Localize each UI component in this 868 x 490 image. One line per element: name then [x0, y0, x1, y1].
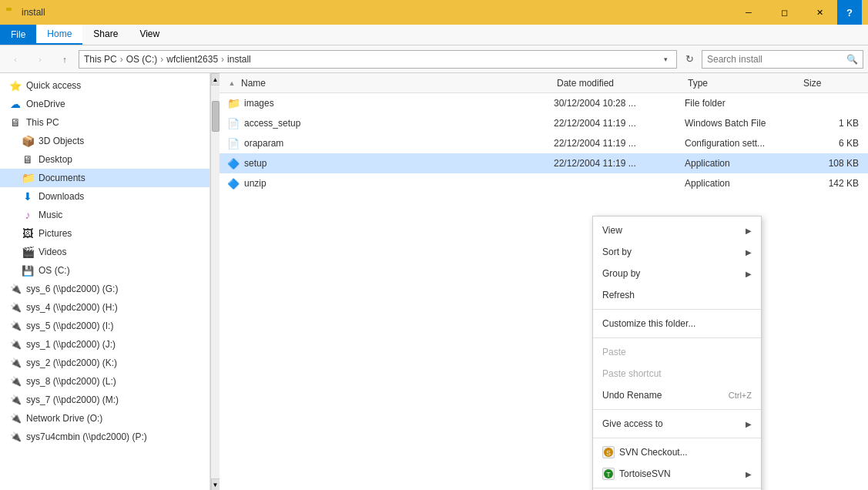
- titlebar-title: install: [22, 7, 45, 18]
- ctx-label-view: View: [602, 225, 622, 236]
- drive-icon-sys2: 🔌: [9, 357, 22, 369]
- sidebar-label-pictures: Pictures: [39, 228, 203, 239]
- sidebar-item-downloads[interactable]: ⬇ Downloads: [0, 187, 209, 206]
- address-path[interactable]: This PC › OS (C:) › wfclient2635 › insta…: [79, 50, 677, 69]
- sidebar-item-sys7[interactable]: 🔌 sys_7 (\\pdc2000) (M:): [0, 391, 209, 409]
- col-header-size[interactable]: Size: [800, 78, 862, 89]
- ctx-sep-3: [593, 409, 761, 410]
- ctx-item-sort-by[interactable]: Sort by ▶: [593, 241, 761, 263]
- sidebar-label-videos: Videos: [39, 247, 203, 257]
- restore-button[interactable]: ◻: [766, 0, 802, 25]
- file-icon-oraparam: 📄: [226, 136, 241, 151]
- crumb-sep1: ›: [120, 54, 123, 65]
- file-size-unzip: 142 KB: [800, 178, 862, 189]
- ctx-item-customize[interactable]: Customize this folder...: [593, 313, 761, 334]
- ctx-item-give-access[interactable]: Give access to ▶: [593, 413, 761, 435]
- minimize-button[interactable]: ─: [731, 0, 766, 25]
- drive-icon-sys4: 🔌: [9, 301, 22, 314]
- close-button[interactable]: ✕: [802, 0, 837, 25]
- up-button[interactable]: ↑: [54, 50, 75, 69]
- ctx-sep-2: [593, 337, 761, 338]
- ctx-item-undo-rename[interactable]: Undo Rename Ctrl+Z: [593, 384, 761, 406]
- ctx-label-group-by: Group by: [602, 268, 640, 279]
- drive-icon-sys7: 🔌: [9, 394, 22, 406]
- pc-icon: 🖥: [9, 116, 22, 129]
- file-date-access-setup: 22/12/2004 11:19 ...: [554, 118, 685, 129]
- back-button[interactable]: ‹: [5, 50, 26, 69]
- header-scroll-up[interactable]: ▲: [226, 79, 238, 87]
- crumb-thispc[interactable]: This PC: [84, 54, 117, 65]
- ctx-item-content-svn: S SVN Checkout...: [602, 446, 688, 458]
- sidebar-label-network: Network Drive (O:): [26, 413, 203, 424]
- sidebar-item-sys2[interactable]: 🔌 sys_2 (\\pdc2000) (K:): [0, 354, 209, 372]
- crumb-wfclient[interactable]: wfclient2635: [166, 54, 218, 65]
- ctx-item-view[interactable]: View ▶: [593, 220, 761, 241]
- file-name-oraparam: oraparam: [244, 138, 554, 149]
- sidebar-label-3d: 3D Objects: [39, 136, 203, 146]
- sidebar-scrollbar[interactable]: ▲ ▼: [210, 73, 220, 490]
- ctx-item-refresh[interactable]: Refresh: [593, 284, 761, 306]
- sidebar-label-this-pc: This PC: [26, 117, 203, 128]
- col-header-date[interactable]: Date modified: [554, 78, 685, 89]
- sidebar-item-3d-objects[interactable]: 📦 3D Objects: [0, 132, 209, 150]
- sidebar-item-this-pc[interactable]: 🖥 This PC: [0, 113, 209, 132]
- sidebar-item-documents[interactable]: 📁 Documents: [0, 169, 209, 187]
- sidebar-label-sys1: sys_1 (\\pdc2000) (J:): [26, 339, 203, 350]
- cloud-icon: ☁: [9, 98, 22, 110]
- scrollbar-track[interactable]: [211, 86, 220, 478]
- scrollbar-up-btn[interactable]: ▲: [211, 73, 220, 86]
- sidebar-item-sys7u[interactable]: 🔌 sys7u4cmbin (\\pdc2000) (P:): [0, 428, 209, 446]
- ctx-item-svn-checkout[interactable]: S SVN Checkout...: [593, 441, 761, 463]
- ribbon-tab-share[interactable]: Share: [82, 25, 129, 45]
- tortoise-icon-svg: T: [603, 468, 614, 479]
- ctx-item-paste-shortcut: Paste shortcut: [593, 363, 761, 384]
- sidebar-item-sys4[interactable]: 🔌 sys_4 (\\pdc2000) (H:): [0, 298, 209, 317]
- ctx-sep-4: [593, 438, 761, 438]
- ribbon: File Home Share View: [0, 25, 868, 45]
- pictures-icon: 🖼: [22, 227, 34, 240]
- file-row-access-setup[interactable]: 📄 access_setup 22/12/2004 11:19 ... Wind…: [220, 113, 868, 133]
- ribbon-tab-view[interactable]: View: [129, 25, 170, 45]
- ctx-item-tortoisesvn[interactable]: T TortoiseSVN ▶: [593, 463, 761, 485]
- col-header-type[interactable]: Type: [685, 78, 800, 89]
- breadcrumb: This PC › OS (C:) › wfclient2635 › insta…: [84, 54, 658, 65]
- address-dropdown-icon[interactable]: ▾: [659, 55, 672, 63]
- col-header-name[interactable]: Name: [238, 78, 554, 89]
- ctx-item-group-by[interactable]: Group by ▶: [593, 263, 761, 284]
- sidebar-item-sys5[interactable]: 🔌 sys_5 (\\pdc2000) (I:): [0, 317, 209, 335]
- ctx-label-svn: SVN Checkout...: [619, 447, 688, 458]
- file-row-setup[interactable]: 🔷 setup 22/12/2004 11:19 ... Application…: [220, 153, 868, 173]
- ribbon-tab-home[interactable]: Home: [36, 25, 82, 45]
- folder-icon: [6, 6, 18, 18]
- sidebar-item-desktop[interactable]: 🖥 Desktop: [0, 150, 209, 169]
- search-input[interactable]: [707, 54, 843, 65]
- file-type-images: File folder: [685, 98, 800, 109]
- ctx-item-paste: Paste: [593, 341, 761, 363]
- scrollbar-thumb[interactable]: [212, 101, 220, 132]
- sidebar-item-sys6[interactable]: 🔌 sys_6 (\\pdc2000) (G:): [0, 280, 209, 298]
- file-row-oraparam[interactable]: 📄 oraparam 22/12/2004 11:19 ... Configur…: [220, 133, 868, 153]
- file-row-images[interactable]: 📁 images 30/12/2004 10:28 ... File folde…: [220, 93, 868, 113]
- ctx-label-tortoise: TortoiseSVN: [619, 468, 671, 479]
- ctx-shortcut-undo: Ctrl+Z: [729, 391, 752, 400]
- context-menu: View ▶ Sort by ▶ Group by ▶ Refresh Cust…: [592, 216, 762, 490]
- sidebar-item-sys1[interactable]: 🔌 sys_1 (\\pdc2000) (J:): [0, 335, 209, 354]
- sidebar-item-network-o[interactable]: 🔌 Network Drive (O:): [0, 409, 209, 428]
- sidebar-item-os-c[interactable]: 💾 OS (C:): [0, 261, 209, 280]
- crumb-install[interactable]: install: [227, 54, 251, 65]
- scrollbar-down-btn[interactable]: ▼: [211, 478, 220, 490]
- sidebar-item-sys8[interactable]: 🔌 sys_8 (\\pdc2000) (L:): [0, 372, 209, 391]
- forward-button[interactable]: ›: [29, 50, 51, 69]
- crumb-osc[interactable]: OS (C:): [126, 54, 158, 65]
- sidebar-item-pictures[interactable]: 🖼 Pictures: [0, 224, 209, 243]
- sidebar-item-onedrive[interactable]: ☁ OneDrive: [0, 95, 209, 113]
- file-row-unzip[interactable]: 🔷 unzip Application 142 KB: [220, 173, 868, 193]
- refresh-button[interactable]: ↻: [680, 50, 699, 69]
- ribbon-tab-file[interactable]: File: [0, 25, 36, 45]
- search-box[interactable]: 🔍: [702, 50, 863, 69]
- sidebar-item-quick-access[interactable]: ⭐ Quick access: [0, 76, 209, 95]
- help-button[interactable]: ?: [837, 0, 862, 25]
- sidebar-item-music[interactable]: ♪ Music: [0, 206, 209, 224]
- sidebar-item-videos[interactable]: 🎬 Videos: [0, 243, 209, 261]
- music-icon: ♪: [22, 209, 34, 221]
